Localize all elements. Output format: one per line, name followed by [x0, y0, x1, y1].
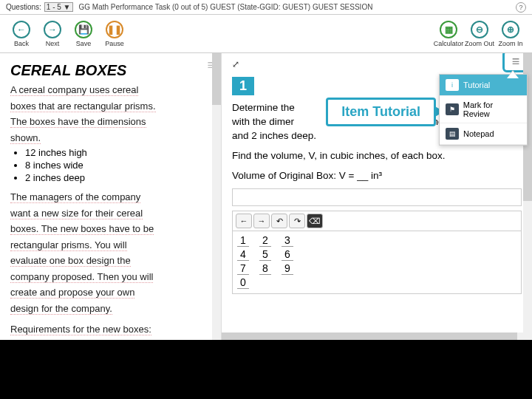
key-1[interactable]: 1	[237, 234, 249, 247]
key-8[interactable]: 8	[259, 262, 271, 275]
undo-left-icon[interactable]: ←	[236, 214, 252, 228]
questions-label: Questions:	[6, 3, 41, 11]
top-bar: Questions: 1 - 5 ▼ GG Math Performance T…	[0, 0, 532, 15]
flag-icon: ⚑	[446, 103, 459, 115]
question-number: 1	[232, 77, 254, 95]
passage-pane: ≡ CEREAL BOXES A cereal company uses cer…	[0, 53, 222, 340]
question-text-2: Find the volume, V, in cubic inches, of …	[232, 149, 522, 163]
session-title: GG Math Performance Task (0 out of 5) GU…	[79, 3, 373, 11]
menu-mark-review[interactable]: ⚑Mark for Review	[440, 96, 527, 123]
undo-icon[interactable]: ↶	[271, 214, 287, 228]
zoom-in-button[interactable]: ⊕Zoom In	[495, 21, 526, 47]
help-icon[interactable]: ?	[516, 2, 526, 13]
save-button[interactable]: 💾Save	[68, 21, 99, 47]
scrollbar-horizontal[interactable]	[222, 332, 532, 340]
passage-title: CEREAL BOXES	[10, 62, 211, 79]
key-9[interactable]: 9	[282, 262, 293, 275]
calculator-icon: ▦	[440, 21, 457, 38]
question-text-3: Volume of Original Box: V = __ in³	[232, 169, 522, 183]
dimensions-list: 12 inches high 8 inches wide 2 inches de…	[25, 147, 211, 183]
questions-dropdown[interactable]: 1 - 5 ▼	[44, 2, 73, 12]
redo-icon[interactable]: ↷	[289, 214, 305, 228]
key-0[interactable]: 0	[237, 276, 249, 289]
key-2[interactable]: 2	[259, 234, 271, 247]
item-menu: iTutorial ⚑Mark for Review ▤Notepad	[439, 74, 528, 146]
arrow-left-icon: ←	[13, 21, 30, 38]
pause-button[interactable]: ❚❚Pause	[99, 21, 130, 47]
info-icon: i	[446, 79, 459, 91]
key-6[interactable]: 6	[282, 248, 293, 261]
undo-right-icon[interactable]: →	[253, 214, 270, 228]
zoom-out-icon: ⊖	[471, 21, 488, 38]
keypad: ← → ↶ ↷ ⌫ 123 456 789 0	[232, 211, 522, 294]
next-button[interactable]: →Next	[37, 21, 68, 47]
answer-input[interactable]	[232, 188, 522, 206]
zoom-in-icon: ⊕	[502, 21, 519, 38]
scrollbar-vertical[interactable]	[212, 53, 221, 340]
calculator-button[interactable]: ▦Calculator	[433, 21, 464, 47]
menu-notepad[interactable]: ▤Notepad	[440, 123, 527, 145]
expand-icon[interactable]: ⤢	[232, 59, 245, 72]
pause-icon: ❚❚	[106, 21, 123, 38]
key-3[interactable]: 3	[282, 234, 293, 247]
key-5[interactable]: 5	[259, 248, 271, 261]
toolbar: ←Back →Next 💾Save ❚❚Pause ▦Calculator ⊖Z…	[0, 15, 532, 53]
key-4[interactable]: 4	[237, 248, 249, 261]
tutorial-callout: Item Tutorial	[326, 98, 436, 126]
key-7[interactable]: 7	[237, 262, 249, 275]
backspace-icon[interactable]: ⌫	[307, 214, 323, 228]
question-pane: ⤢ ≡ iTutorial ⚑Mark for Review ▤Notepad …	[222, 53, 532, 340]
arrow-right-icon: →	[44, 21, 61, 38]
back-button[interactable]: ←Back	[6, 21, 37, 47]
zoom-out-button[interactable]: ⊖Zoom Out	[464, 21, 495, 47]
notepad-icon: ▤	[446, 128, 459, 140]
save-icon: 💾	[75, 21, 92, 38]
